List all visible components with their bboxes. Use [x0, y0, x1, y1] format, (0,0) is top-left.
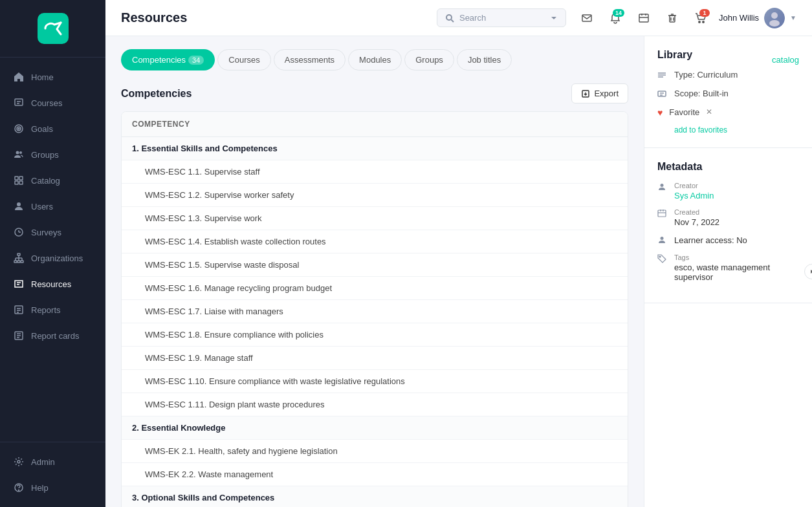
notifications-icon-button[interactable]: 14: [605, 8, 626, 28]
user-menu[interactable]: John Willis ▼: [719, 8, 796, 28]
svg-point-7: [19, 151, 22, 154]
sidebar-item-organizations[interactable]: Organizations: [0, 245, 105, 271]
heart-icon: ♥: [657, 107, 663, 118]
sidebar-item-label: Reports: [31, 305, 61, 315]
list-item[interactable]: 1. Essential Skills and Competences: [122, 137, 628, 160]
metadata-learner-value: Learner access: No: [674, 235, 747, 245]
sidebar-item-resources[interactable]: Resources: [0, 271, 105, 297]
search-placeholder: Search: [459, 13, 545, 23]
list-item[interactable]: WMS-ESC 1.4. Establish waste collection …: [122, 230, 628, 253]
list-item[interactable]: WMS-ESC 1.7. Liaise with managers: [122, 300, 628, 323]
svg-rect-11: [19, 181, 23, 184]
calendar-icon-button[interactable]: [633, 8, 654, 28]
tabs-bar: Competencies34 Courses Assessments Modul…: [121, 49, 628, 70]
creator-icon: [657, 182, 668, 193]
creator-link[interactable]: Sys Admin: [674, 191, 714, 200]
library-type-value: Type: Curriculum: [674, 70, 738, 80]
page-title: Resources: [121, 10, 426, 25]
type-icon: [657, 70, 668, 81]
users-icon: [13, 200, 25, 212]
catalog-icon: [13, 175, 25, 186]
sidebar-item-label: Admin: [31, 457, 55, 467]
tab-competencies[interactable]: Competencies34: [121, 49, 215, 70]
list-item[interactable]: WMS-ESC 1.5. Supervise waste disposal: [122, 253, 628, 277]
list-item[interactable]: WMS-ESC 1.10. Ensure compliance with was…: [122, 370, 628, 393]
list-item[interactable]: WMS-ESC 1.9. Manage staff: [122, 347, 628, 370]
table-header: Competency: [122, 112, 628, 137]
library-scope-row: Scope: Built-in: [657, 89, 799, 100]
catalog-link[interactable]: catalog: [772, 55, 799, 65]
svg-rect-18: [17, 261, 20, 263]
favorite-remove-icon[interactable]: ✕: [706, 107, 712, 116]
scope-icon: [657, 89, 668, 100]
svg-point-66: [661, 237, 664, 240]
content-area: Competencies34 Courses Assessments Modul…: [105, 36, 812, 507]
library-section: Library catalog Type: Curriculum Scope: …: [644, 36, 812, 148]
export-button[interactable]: Export: [571, 83, 628, 103]
user-name: John Willis: [719, 13, 759, 23]
org-icon: [13, 252, 25, 264]
header: Resources Search 14: [105, 0, 812, 36]
sidebar-item-courses[interactable]: Courses: [0, 90, 105, 116]
svg-rect-10: [15, 181, 18, 184]
svg-point-52: [769, 20, 780, 27]
svg-point-51: [771, 12, 778, 19]
content-main: Competencies34 Courses Assessments Modul…: [105, 36, 644, 507]
sidebar-item-label: Catalog: [31, 176, 60, 186]
list-item[interactable]: WMS-ESC 1.8. Ensure compliance with poli…: [122, 323, 628, 347]
library-scope-value: Scope: Built-in: [674, 89, 729, 98]
tab-modules[interactable]: Modules: [348, 49, 402, 70]
svg-line-39: [451, 19, 454, 22]
tab-courses[interactable]: Courses: [217, 49, 270, 70]
cart-icon-button[interactable]: 1: [690, 8, 711, 28]
trash-icon-button[interactable]: [662, 8, 683, 28]
svg-rect-62: [658, 210, 666, 217]
svg-point-12: [17, 202, 21, 206]
sidebar-item-goals[interactable]: Goals: [0, 116, 105, 142]
library-title: Library: [657, 49, 692, 61]
section-title: Competencies: [121, 88, 192, 100]
sidebar-item-help[interactable]: Help: [0, 475, 105, 501]
metadata-creator-value: Creator Sys Admin: [674, 182, 714, 200]
sidebar-item-admin[interactable]: Admin: [0, 449, 105, 475]
tab-jobtitles[interactable]: Job titles: [457, 49, 512, 70]
calendar-small-icon: [657, 209, 668, 219]
reportcards-icon: [13, 330, 25, 341]
sidebar-item-groups[interactable]: Groups: [0, 142, 105, 167]
list-item[interactable]: WMS-EK 2.1. Health, safety and hygiene l…: [122, 440, 628, 463]
add-to-favorites-link[interactable]: add to favorites: [674, 125, 799, 135]
sidebar-item-reports[interactable]: Reports: [0, 297, 105, 323]
svg-rect-8: [15, 177, 18, 180]
list-item[interactable]: WMS-ESC 1.3. Supervise work: [122, 207, 628, 230]
list-item[interactable]: 3. Optional Skills and Competences: [122, 486, 628, 507]
metadata-created-row: Created Nov 7, 2022: [657, 208, 799, 227]
svg-rect-16: [17, 253, 20, 255]
svg-rect-46: [670, 16, 675, 22]
list-item[interactable]: WMS-EK 2.2. Waste management: [122, 463, 628, 486]
sidebar-item-reportcards[interactable]: Report cards: [0, 323, 105, 349]
competencies-table: Competency 1. Essential Skills and Compe…: [121, 111, 628, 507]
section-header: Competencies Export: [121, 83, 628, 103]
list-item[interactable]: WMS-ESC 1.11. Design plant waste procedu…: [122, 393, 628, 416]
surveys-icon: [13, 226, 25, 238]
tab-assessments[interactable]: Assessments: [274, 49, 346, 70]
logo-icon[interactable]: [38, 13, 69, 44]
sidebar-bottom: Admin Help: [0, 442, 105, 507]
list-item[interactable]: WMS-ESC 1.1. Supervise staff: [122, 160, 628, 184]
search-bar[interactable]: Search: [437, 8, 566, 27]
main-area: Resources Search 14: [105, 0, 812, 507]
tab-groups[interactable]: Groups: [404, 49, 454, 70]
sidebar-item-label: Goals: [31, 124, 53, 134]
sidebar-item-surveys[interactable]: Surveys: [0, 219, 105, 245]
list-item[interactable]: WMS-ESC 1.6. Manage recycling program bu…: [122, 277, 628, 300]
svg-rect-9: [19, 177, 23, 180]
mail-icon-button[interactable]: [576, 8, 597, 28]
sidebar-item-home[interactable]: Home: [0, 64, 105, 90]
list-item[interactable]: 2. Essential Knowledge: [122, 416, 628, 440]
sidebar-item-users[interactable]: Users: [0, 193, 105, 219]
svg-rect-41: [639, 14, 648, 22]
svg-point-49: [699, 21, 700, 22]
list-item[interactable]: WMS-ESC 1.2. Supervise worker safety: [122, 184, 628, 207]
search-dropdown-icon[interactable]: [550, 14, 558, 22]
sidebar-item-catalog[interactable]: Catalog: [0, 167, 105, 193]
